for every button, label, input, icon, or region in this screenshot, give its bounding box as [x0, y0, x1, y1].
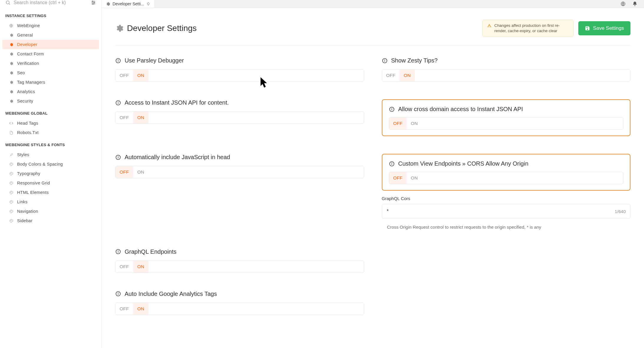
sidebar-item-label: HTML Elements — [17, 190, 49, 195]
page-title: Developer Settings — [115, 24, 197, 33]
toggle-off[interactable]: OFF — [115, 261, 133, 273]
search-row — [0, 0, 101, 8]
save-button[interactable]: Save Settings — [578, 21, 630, 35]
info-icon[interactable] — [389, 106, 395, 112]
setting-title-row: Access to Instant JSON API for content. — [115, 99, 364, 106]
toggle-on[interactable]: ON — [399, 70, 415, 81]
bell-icon[interactable] — [632, 1, 638, 6]
search-input[interactable] — [14, 0, 88, 5]
toggle-parsley: OFFON — [115, 69, 364, 82]
gear-icon — [115, 24, 123, 32]
info-icon[interactable] — [389, 161, 395, 167]
brush-icon — [9, 153, 14, 157]
toggle-on[interactable]: ON — [133, 303, 148, 315]
sidebar-item-links[interactable]: Links — [2, 197, 99, 207]
setting-label: Automatically include JavaScript in head — [125, 154, 230, 161]
toggle-on[interactable]: ON — [133, 70, 148, 81]
svg-point-16 — [11, 182, 11, 182]
text-input-graphql_cors[interactable] — [382, 204, 631, 219]
toggle-on[interactable]: ON — [133, 112, 148, 123]
setting-title-row: Automatically include JavaScript in head — [115, 154, 364, 161]
svg-point-18 — [10, 192, 11, 192]
gear-icon — [106, 2, 110, 6]
section-title: INSTANCE SETTINGS — [0, 8, 101, 21]
sidebar-item-sidebar[interactable]: Sidebar — [2, 216, 99, 225]
sidebar-item-label: Styles — [17, 152, 29, 157]
svg-point-48 — [392, 163, 392, 163]
sidebar-item-html-elements[interactable]: HTML Elements — [2, 188, 99, 197]
pin-icon[interactable] — [146, 2, 150, 6]
save-icon — [585, 26, 590, 31]
sidebar-item-robots-txt[interactable]: Robots.Txt — [2, 128, 99, 137]
right-stack: Custom View Endpoints » CORS Allow Any O… — [382, 154, 631, 231]
toggle-on[interactable]: ON — [133, 261, 148, 273]
svg-point-17 — [11, 182, 12, 182]
sliders-icon[interactable] — [91, 0, 96, 5]
sidebar-item-navigation[interactable]: Navigation — [2, 207, 99, 216]
sidebar-item-developer[interactable]: Developer — [2, 40, 99, 49]
setting-title-row: Auto Include Google Analytics Tags — [115, 291, 364, 297]
setting-auto_js: Automatically include JavaScript in head… — [115, 154, 364, 178]
sidebar-item-label: Typography — [17, 171, 40, 176]
toggle-off[interactable]: OFF — [382, 70, 400, 81]
section-title: WEBENGINE GLOBAL — [0, 106, 101, 118]
svg-point-14 — [11, 173, 12, 173]
sidebar-item-label: Navigation — [17, 209, 38, 214]
sidebar-item-responsive-grid[interactable]: Responsive Grid — [2, 178, 99, 188]
sidebar-item-typography[interactable]: Typography — [2, 169, 99, 178]
svg-point-15 — [10, 183, 11, 183]
sidebar-item-styles[interactable]: Styles — [2, 150, 99, 159]
sidebar-item-verification[interactable]: Verification — [2, 59, 99, 68]
sidebar-item-label: Contact Form — [17, 52, 44, 56]
svg-point-7 — [93, 4, 93, 4]
sidebar-item-seo[interactable]: Seo — [2, 68, 99, 77]
sidebar-item-label: Tag Managers — [17, 80, 45, 85]
setting-cors_view: Custom View Endpoints » CORS Allow Any O… — [382, 154, 631, 191]
toggle-off[interactable]: OFF — [115, 166, 133, 178]
toggle-on[interactable]: ON — [407, 172, 422, 184]
help-text: Cross Origin Request control to restrict… — [382, 222, 631, 231]
svg-point-51 — [118, 251, 118, 251]
sidebar-item-label: WebEngine — [17, 23, 40, 28]
sidebar-item-head-tags[interactable]: Head Tags — [2, 118, 99, 128]
svg-point-24 — [10, 211, 11, 211]
toggle-off[interactable]: OFF — [389, 172, 407, 184]
sidebar-item-analytics[interactable]: Analytics — [2, 87, 99, 96]
setting-parsley: Use Parsley DebuggerOFFON — [115, 57, 364, 82]
sidebar-item-label: Responsive Grid — [17, 181, 50, 185]
globe-icon[interactable] — [620, 1, 626, 6]
sidebar-item-contact-form[interactable]: Contact Form — [2, 49, 99, 59]
info-icon[interactable] — [115, 291, 121, 297]
sidebar-item-body-colors-spacing[interactable]: Body Colors & Spacing — [2, 159, 99, 169]
sidebar-item-general[interactable]: General — [2, 30, 99, 40]
sidebar-scroll[interactable]: INSTANCE SETTINGSWebEngineGeneralDevelop… — [0, 8, 101, 348]
toggle-off[interactable]: OFF — [115, 303, 133, 315]
toggle-on[interactable]: ON — [133, 166, 148, 178]
toggle-off[interactable]: OFF — [389, 118, 407, 129]
palette-icon — [9, 162, 14, 166]
toggle-off[interactable]: OFF — [115, 112, 133, 123]
toggle-on[interactable]: ON — [407, 118, 422, 129]
gear-icon — [9, 43, 14, 47]
palette-icon — [9, 210, 14, 213]
info-icon[interactable] — [115, 58, 121, 64]
svg-point-42 — [392, 108, 392, 108]
toggle-off[interactable]: OFF — [115, 70, 133, 81]
info-icon[interactable] — [382, 58, 388, 64]
svg-point-25 — [11, 210, 11, 211]
sidebar-item-security[interactable]: Security — [2, 96, 99, 106]
info-icon[interactable] — [115, 249, 121, 255]
tab-developer-settings[interactable]: Developer Setti... — [102, 0, 155, 8]
gear-icon — [9, 52, 14, 56]
code-icon — [9, 121, 14, 125]
sidebar-item-label: Body Colors & Spacing — [17, 162, 63, 166]
sidebar-item-tag-managers[interactable]: Tag Managers — [2, 77, 99, 87]
sidebar-item-label: Verification — [17, 61, 39, 66]
sidebar-item-webengine[interactable]: WebEngine — [2, 21, 99, 30]
setting-tips: Show Zesty Tips?OFFON — [382, 57, 631, 82]
info-icon[interactable] — [115, 100, 121, 106]
setting-title-row: Custom View Endpoints » CORS Allow Any O… — [389, 160, 624, 167]
svg-point-6 — [94, 2, 95, 3]
info-icon[interactable] — [115, 154, 121, 160]
toggle-ga: OFFON — [115, 303, 364, 315]
